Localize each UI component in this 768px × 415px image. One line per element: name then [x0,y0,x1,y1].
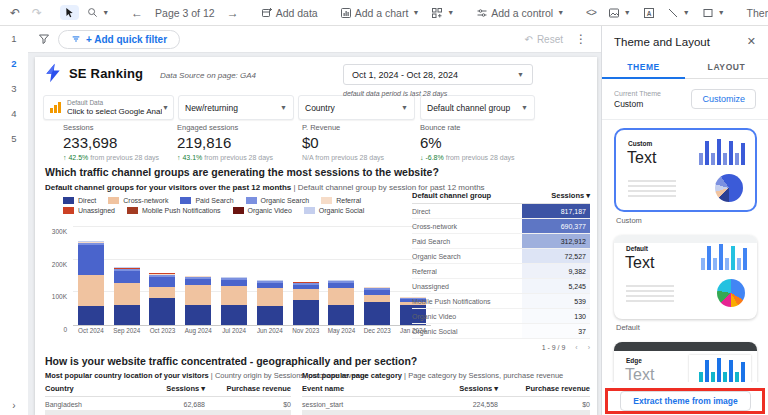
x-axis-label: Sep 2024 [109,327,144,334]
theme-card-default[interactable]: Default Text [614,235,757,319]
bar-sep-2024[interactable] [114,267,140,325]
segment-direct [221,305,247,325]
date-range-picker[interactable]: Oct 1, 2024 - Oct 28, 2024▼ [343,64,533,85]
channel-name-cell: Mobile Push Notifications [412,298,491,305]
add-data-button[interactable]: Add data [257,5,322,21]
segment-cross-network [328,288,354,306]
expand-pages-button[interactable]: › [0,400,28,411]
x-axis-label: Nov 2023 [288,327,323,334]
sessions-value-cell: 5,245 [522,279,590,293]
country-control[interactable]: Country▼ [298,95,415,120]
channel-name-cell: Organic Video [412,313,456,320]
add-chart-button[interactable]: Add a chart▼ [336,5,424,21]
prev-page-button[interactable]: ← [127,5,147,21]
kpi-label: Bounce rate [420,123,540,132]
table-row[interactable]: Unassigned5,245 [412,279,590,294]
bar-nov-2023[interactable] [293,282,319,325]
customize-button[interactable]: Customize [691,89,756,109]
sessions-value-cell: 130 [522,309,590,323]
new-returning-control[interactable]: New/returning▼ [178,95,294,120]
bar-may-2024[interactable] [328,280,354,325]
kpi-value: 219,816 [177,134,297,151]
table-row[interactable]: Referral9,382 [412,264,590,279]
bars-group [73,227,431,325]
table-row[interactable]: Direct817,187 [412,204,590,219]
community-visualizations-button[interactable]: ▼ [427,5,458,21]
reset-filters-button[interactable]: ↶ Reset [524,34,563,45]
zoom-tool-button[interactable]: ▼ [83,5,113,20]
table-row[interactable]: Paid Search312,912 [412,234,590,249]
bar-jun-2024[interactable] [257,280,283,325]
prev-page-icon[interactable]: ‹ [575,344,577,351]
channel-name-cell: Paid Search [412,238,450,245]
select-tool-button[interactable] [60,5,79,20]
segment-direct [364,302,390,325]
kpi-value: 233,698 [63,134,183,151]
page-thumbnail-3[interactable]: 3 [0,76,28,101]
table-row[interactable]: Organic Search72,527 [412,249,590,264]
close-icon[interactable]: ✕ [747,35,756,48]
country-table[interactable]: CountrySessions ▾Purchase revenueBanglad… [45,384,291,413]
next-page-icon[interactable]: › [588,344,590,351]
bar-dec-2023[interactable] [364,287,390,325]
bar-aug-2024[interactable] [185,276,211,325]
x-axis-label: Jun 2024 [252,327,287,334]
extract-theme-button[interactable]: Extract theme from image [620,391,750,411]
segment-paid-search [149,277,175,287]
theme-card-edge[interactable]: Edge Text [614,342,757,382]
table-row[interactable]: Cross-network690,377 [412,219,590,234]
segment-direct [78,306,104,325]
page-thumbnail-4[interactable]: 4 [0,101,28,126]
add-control-button[interactable]: Add a control▼ [472,5,568,21]
table-row[interactable]: Organic Video130 [412,309,590,324]
page-category-table[interactable]: Event nameSessions ▾Purchase revenuesess… [302,384,590,413]
redo-button[interactable]: ↷ [28,5,46,21]
sessions-value-cell: 539 [522,294,590,308]
insert-line-button[interactable]: ▼ [663,5,694,21]
grid-add-icon [431,7,443,19]
theme-card-custom[interactable]: Custom Text [614,128,757,212]
cursor-icon [64,7,75,18]
table-row[interactable]: Mobile Push Notifications539 [412,294,590,309]
stacked-bar-chart[interactable]: 0100K200K300K Oct 2024Sep 2024Oct 2023Au… [45,223,435,339]
datasource-note: Data Source on page: GA4 [160,71,256,80]
page-thumbnail-2[interactable]: 2 [0,51,28,76]
kpi-delta-percent: -6.8% [425,154,445,161]
channel-group-table[interactable]: Default channel group Sessions ▾ Direct8… [412,191,590,351]
column-header[interactable]: Sessions ▾ [408,384,498,393]
bar-jul-2024[interactable] [221,277,247,325]
page-thumbnail-5[interactable]: 5 [0,126,28,151]
bar-oct-2023[interactable] [149,273,175,325]
page-thumbnail-1[interactable]: 1 [0,26,28,51]
insert-image-button[interactable]: ▼ [604,5,635,21]
bar-chart-mini-icon [50,102,61,113]
tab-theme[interactable]: THEME [602,55,685,78]
theme-layout-button[interactable]: Theme and layout [743,5,768,21]
column-header[interactable]: Sessions ▾ [135,384,205,393]
page-indicator: Page 3 of 12 [151,5,219,21]
table-row[interactable]: Organic Social37 [412,324,590,339]
table-cell: session_start [302,401,408,408]
channel-group-control[interactable]: Default channel group▼ [420,95,535,120]
undo-button[interactable]: ↶ [6,5,24,21]
next-page-button[interactable]: → [223,5,243,21]
line-icon [667,7,679,19]
placeholder-text-lines [628,180,676,200]
bar-oct-2024[interactable] [78,241,104,325]
segment-direct [114,305,140,325]
table-pagination: 1 - 9 / 9 ‹ › [412,344,590,351]
add-quick-filter-button[interactable]: + Add quick filter [58,30,180,49]
legend-swatch [246,197,257,204]
embed-url-button[interactable]: <> [582,6,600,20]
tab-layout[interactable]: LAYOUT [685,55,768,78]
segment-cross-network [185,285,211,305]
more-options-icon[interactable]: ⋮ [571,32,591,46]
quick-filter-bar: + Add quick filter ↶ Reset ⋮ [28,26,601,53]
insert-text-button[interactable]: A [639,5,659,21]
segment-cross-network [293,289,319,299]
insert-shape-button[interactable]: ▼ [698,5,729,21]
column-header-sort[interactable]: Sessions ▾ [551,191,590,200]
kpi-sessions: Sessions233,698↑ 42.5% from previous 28 … [63,123,183,161]
data-source-control[interactable]: Default Data Click to select Google Anal… [43,95,174,120]
report-canvas: + Add quick filter ↶ Reset ⋮ SE Ranking … [28,26,601,415]
